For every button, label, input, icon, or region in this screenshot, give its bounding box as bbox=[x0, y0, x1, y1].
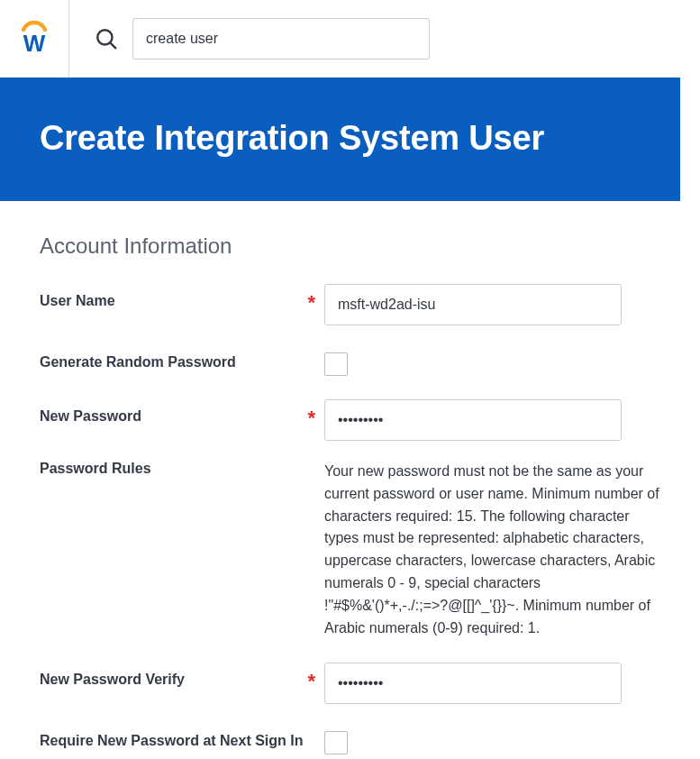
section-title: Account Information bbox=[40, 233, 641, 259]
label-password-rules: Password Rules bbox=[40, 461, 324, 477]
label-new-password: New Password bbox=[40, 399, 324, 425]
require-new-password-checkbox[interactable] bbox=[324, 731, 348, 754]
generate-random-checkbox[interactable] bbox=[324, 352, 348, 376]
content: Account Information User Name Generate R… bbox=[0, 201, 680, 759]
workday-logo: W bbox=[16, 16, 52, 61]
page-title: Create Integration System User bbox=[40, 119, 641, 158]
label-verify: New Password Verify bbox=[40, 663, 324, 688]
topbar-divider bbox=[68, 0, 69, 78]
label-generate-random: Generate Random Password bbox=[40, 345, 324, 370]
label-require-new: Require New Password at Next Sign In bbox=[40, 724, 324, 749]
search-input[interactable] bbox=[132, 18, 430, 59]
search-wrap bbox=[95, 18, 430, 59]
search-icon bbox=[95, 27, 118, 50]
topbar: W bbox=[0, 0, 700, 78]
label-username: User Name bbox=[40, 284, 324, 309]
svg-line-2 bbox=[111, 43, 116, 49]
page-banner: Create Integration System User bbox=[0, 78, 680, 201]
new-password-input[interactable] bbox=[324, 399, 622, 441]
new-password-verify-input[interactable] bbox=[324, 663, 622, 704]
password-rules-text: Your new password must not be the same a… bbox=[324, 461, 659, 639]
username-input[interactable] bbox=[324, 284, 622, 325]
svg-text:W: W bbox=[23, 30, 46, 57]
